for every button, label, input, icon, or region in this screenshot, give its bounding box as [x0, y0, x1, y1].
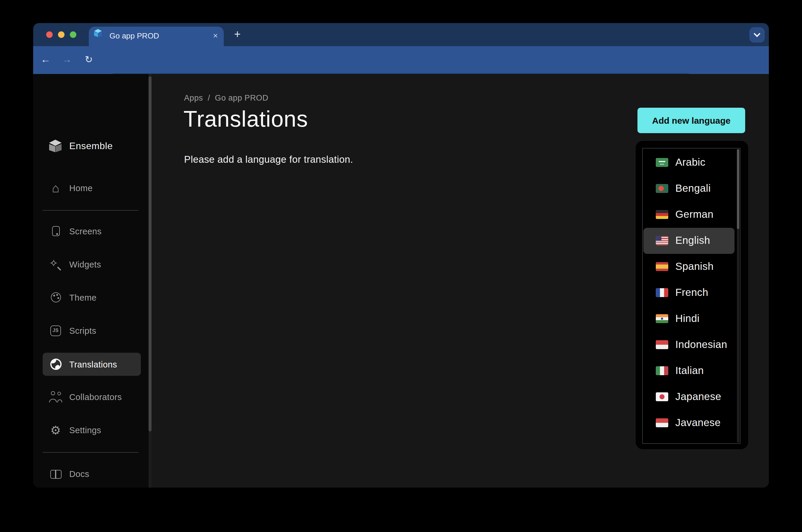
brand[interactable]: Ensemble: [43, 133, 141, 159]
breadcrumb-current: Go app PROD: [215, 94, 268, 102]
sidebar-divider: [43, 210, 138, 211]
language-option-bengali[interactable]: Bengali: [643, 175, 734, 202]
sidebar-item-theme[interactable]: Theme: [43, 286, 141, 309]
translations-globe-icon: [49, 358, 62, 371]
language-label: Indonesian: [675, 339, 727, 351]
sidebar: Ensemble ⌂ Home Screens ✧ Widgets Theme …: [33, 74, 148, 488]
screens-icon: [49, 225, 62, 238]
zoom-window-button[interactable]: [70, 31, 76, 38]
flag-indonesia-icon: [656, 418, 668, 427]
minimize-window-button[interactable]: [58, 31, 64, 38]
sidebar-item-label: Screens: [69, 226, 101, 236]
language-label: Hindi: [675, 312, 700, 325]
new-tab-button[interactable]: +: [230, 25, 245, 43]
sidebar-item-screens[interactable]: Screens: [43, 220, 141, 243]
desktop-backdrop: Go app PROD × + ← → ↻ studio.ensembleui.…: [0, 0, 802, 532]
sidebar-item-scripts[interactable]: JS Scripts: [43, 319, 141, 342]
flag-italy-icon: [656, 366, 668, 375]
tab-overview-button[interactable]: [749, 27, 765, 43]
language-label: Japanese: [675, 391, 721, 403]
browser-window: Go app PROD × + ← → ↻ studio.ensembleui.…: [33, 23, 769, 488]
home-icon: ⌂: [49, 182, 62, 194]
sidebar-item-label: Collaborators: [69, 392, 122, 401]
empty-state-message: Please add a language for translation.: [184, 154, 353, 165]
browser-toolbar: ← → ↻ studio.ensembleui.com/app/FhQC7J2D…: [33, 46, 769, 74]
flag-bangladesh-icon: [656, 184, 668, 193]
language-option-javanese[interactable]: Javanese: [643, 410, 734, 436]
sidebar-item-docs[interactable]: Docs: [43, 462, 141, 485]
language-dropdown: Arabic Bengali German English: [635, 140, 748, 449]
sidebar-item-widgets[interactable]: ✧ Widgets: [43, 253, 141, 276]
language-label: English: [675, 234, 710, 247]
language-label: Italian: [675, 364, 704, 377]
language-option-italian[interactable]: Italian: [643, 358, 734, 384]
close-window-button[interactable]: [46, 31, 52, 38]
ensemble-logo-icon: [49, 140, 61, 153]
chevron-down-icon: [754, 31, 761, 37]
language-label: Arabic: [675, 156, 706, 169]
flag-india-icon: [656, 314, 668, 323]
language-option-german[interactable]: German: [643, 202, 734, 228]
add-new-language-button[interactable]: Add new language: [637, 108, 745, 133]
main-content: Apps / Go app PROD Translations Please a…: [152, 74, 769, 488]
theme-palette-icon: [49, 291, 62, 304]
language-label: Spanish: [675, 260, 713, 273]
language-label: Bengali: [675, 182, 711, 195]
sidebar-item-collaborators[interactable]: Collaborators: [43, 385, 141, 408]
scripts-icon: JS: [49, 324, 62, 337]
widgets-icon: ✧: [49, 258, 62, 271]
brand-label: Ensemble: [69, 141, 113, 152]
breadcrumb: Apps / Go app PROD: [184, 94, 268, 102]
flag-germany-icon: [656, 210, 668, 219]
flag-spain-icon: [656, 262, 668, 271]
sidebar-scrollbar-thumb[interactable]: [148, 76, 152, 431]
sidebar-item-label: Scripts: [69, 326, 96, 335]
browser-tab[interactable]: Go app PROD ×: [89, 26, 224, 46]
sidebar-item-label: Docs: [69, 469, 89, 478]
back-button[interactable]: ←: [37, 46, 54, 74]
settings-gear-icon: ⚙: [49, 423, 62, 436]
sidebar-item-label: Settings: [69, 425, 101, 435]
language-option-japanese[interactable]: Japanese: [643, 384, 734, 410]
flag-japan-icon: [656, 392, 668, 401]
sidebar-item-settings[interactable]: ⚙ Settings: [43, 418, 141, 441]
language-option-french[interactable]: French: [643, 280, 734, 306]
collaborators-icon: [49, 390, 62, 403]
language-option-english[interactable]: English: [643, 228, 734, 253]
language-list: Arabic Bengali German English: [642, 148, 741, 443]
tab-close-icon[interactable]: ×: [213, 26, 218, 46]
flag-united-states-icon: [656, 236, 668, 245]
flag-indonesia-icon: [656, 340, 668, 349]
sidebar-item-translations[interactable]: Translations: [43, 353, 141, 376]
docs-book-icon: [49, 467, 62, 480]
sidebar-item-label: Widgets: [69, 260, 101, 269]
page-title: Translations: [184, 107, 308, 132]
breadcrumb-separator: /: [208, 94, 210, 102]
language-label: German: [675, 208, 713, 221]
language-list-scrollbar-thumb[interactable]: [737, 149, 739, 229]
sidebar-scrollbar[interactable]: [148, 74, 152, 488]
tab-title: Go app PROD: [110, 26, 159, 46]
language-option-indonesian[interactable]: Indonesian: [643, 332, 734, 358]
sidebar-item-label: Home: [69, 183, 93, 193]
browser-tab-strip: Go app PROD × +: [33, 23, 769, 46]
sidebar-divider: [43, 452, 138, 453]
flag-france-icon: [656, 288, 668, 297]
reload-button[interactable]: ↻: [80, 46, 97, 74]
forward-button[interactable]: →: [59, 46, 75, 74]
breadcrumb-apps-link[interactable]: Apps: [184, 94, 203, 102]
language-option-arabic[interactable]: Arabic: [643, 149, 734, 175]
ensemble-favicon-icon: [94, 29, 102, 37]
sidebar-item-label: Translations: [69, 360, 117, 369]
flag-saudi-arabia-icon: [656, 158, 668, 167]
sidebar-item-home[interactable]: ⌂ Home: [43, 176, 141, 200]
language-label: Javanese: [675, 417, 721, 429]
sidebar-item-label: Theme: [69, 292, 96, 302]
language-option-hindi[interactable]: Hindi: [643, 306, 734, 332]
language-option-spanish[interactable]: Spanish: [643, 253, 734, 280]
language-label: French: [675, 286, 708, 299]
